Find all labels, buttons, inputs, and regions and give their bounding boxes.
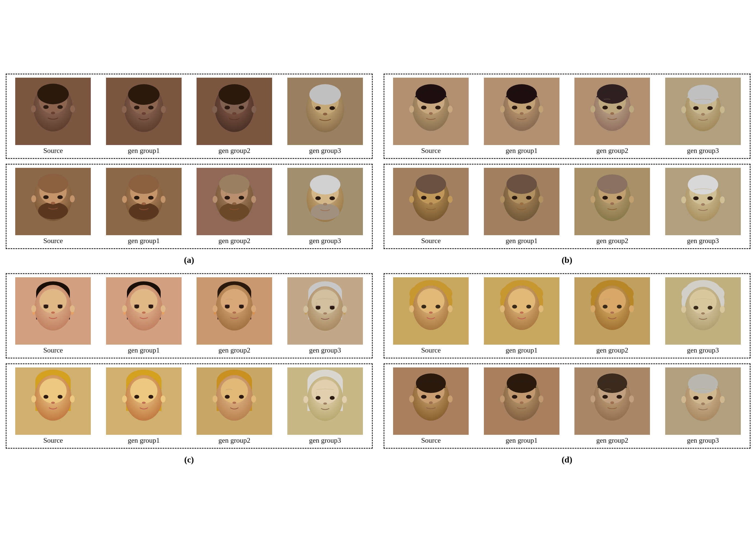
face-image [106,277,182,345]
image-cell: Source [15,277,91,354]
svg-point-96 [610,112,614,115]
section-label-c: (c) [6,455,373,465]
svg-point-24 [219,84,250,105]
caption-a2-1: gen group1 [128,237,160,245]
image-cell: gen group2 [574,277,650,354]
svg-point-3 [43,105,49,109]
svg-point-111 [416,174,446,194]
svg-point-115 [409,196,414,203]
face-image [15,277,91,345]
section-c: Source [6,273,373,465]
svg-point-249 [435,305,440,308]
svg-point-323 [693,396,699,400]
image-cell: gen group1 [484,367,559,445]
svg-point-51 [129,174,159,194]
svg-point-103 [693,106,699,110]
section-c-group1: Source [6,273,373,358]
caption-b2-1: gen group1 [506,237,538,245]
svg-point-105 [701,113,705,116]
svg-point-168 [122,305,127,312]
caption-a2-3: gen group3 [309,237,341,245]
svg-point-116 [448,196,453,203]
caption-c1-0: Source [43,346,63,354]
svg-point-326 [681,396,686,403]
caption-a2-2: gen group2 [218,237,250,245]
caption-a1-3: gen group3 [309,147,341,155]
image-cell: gen group2 [197,367,272,445]
svg-point-263 [520,311,524,314]
svg-point-52 [122,196,127,203]
caption-d1-0: Source [421,346,441,354]
svg-point-56 [220,203,249,220]
svg-point-264 [500,305,505,312]
image-cell: gen group3 [287,78,363,155]
svg-point-40 [51,202,55,204]
svg-point-43 [70,195,75,202]
svg-point-298 [429,402,433,404]
svg-point-316 [610,402,614,404]
svg-point-287 [693,306,698,310]
image-cell: gen group3 [287,367,363,445]
image-cell: Source [15,168,91,245]
svg-point-134 [629,196,634,203]
svg-point-149 [39,289,67,313]
section-a-group1: Source [6,74,373,159]
svg-point-195 [342,306,347,313]
caption-c2-2: gen group2 [218,436,250,445]
image-cell: gen group3 [665,78,741,155]
caption-c2-1: gen group1 [128,436,160,445]
section-label-b: (b) [384,255,751,265]
svg-point-94 [602,106,608,109]
svg-point-79 [409,106,414,113]
svg-point-291 [720,306,725,313]
caption-a1-2: gen group2 [218,147,250,155]
svg-point-120 [506,174,537,194]
svg-point-314 [602,395,608,399]
svg-point-194 [303,306,308,313]
svg-point-308 [500,396,505,403]
svg-point-201 [39,378,67,403]
caption-d2-0: Source [421,436,441,445]
section-d: Source [384,273,751,465]
caption-b1-0: Source [421,147,441,155]
svg-point-212 [130,378,158,403]
face-image [393,277,469,345]
image-cell: gen group2 [574,168,650,245]
svg-point-247 [417,289,444,313]
svg-point-315 [616,395,622,399]
svg-point-129 [597,174,627,194]
svg-point-60 [232,202,236,205]
svg-point-58 [224,196,230,200]
image-cell: gen group2 [197,168,272,245]
svg-point-38 [43,195,49,199]
face-image [15,168,91,235]
svg-point-46 [129,203,159,220]
svg-point-132 [610,202,614,205]
svg-point-288 [708,306,713,310]
image-cell: gen group1 [484,277,559,354]
caption-d1-1: gen group1 [506,346,538,354]
svg-point-325 [701,403,705,405]
svg-point-31 [330,106,335,110]
svg-point-228 [251,396,256,403]
caption-d2-2: gen group2 [596,436,628,445]
svg-point-112 [421,196,426,200]
svg-point-175 [221,289,248,313]
face-image [484,367,559,435]
main-container: Source [6,74,751,465]
svg-point-107 [720,106,725,113]
svg-point-276 [610,311,614,314]
image-cell: gen group1 [106,78,182,155]
svg-point-239 [342,396,347,403]
svg-point-41 [38,174,68,193]
caption-c1-1: gen group1 [128,346,160,354]
svg-point-87 [520,112,524,115]
face-image [197,277,272,345]
svg-point-122 [526,196,532,200]
image-cell: Source [393,277,469,354]
svg-point-213 [134,395,139,399]
svg-point-49 [148,196,154,200]
face-image [393,168,469,235]
caption-b2-0: Source [421,237,441,245]
svg-point-300 [448,396,453,403]
